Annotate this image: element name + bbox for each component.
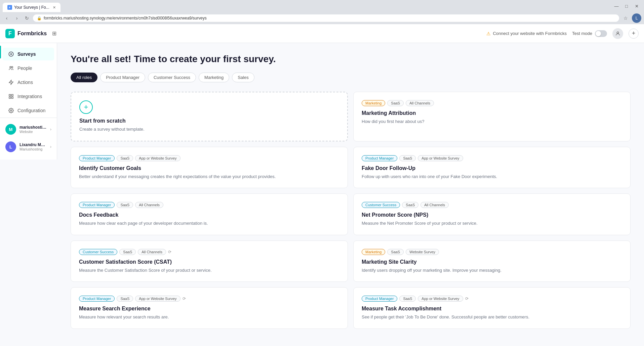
profile-icon[interactable]: L (632, 13, 641, 23)
card-desc-docs: Measure how clear each page of your deve… (79, 220, 339, 227)
integrations-icon (8, 93, 14, 99)
actions-icon (8, 79, 14, 85)
card-title-search: Measure Search Experience (79, 306, 339, 312)
filter-tab-sales[interactable]: Sales (232, 73, 254, 82)
account-arrow-2: › (50, 144, 51, 149)
tag-product-manager: Product Manager (79, 155, 115, 161)
sidebar-bottom: M mariushosting Website › L Lixandru Mar… (0, 118, 57, 156)
active-indicator (0, 46, 1, 58)
active-tab[interactable]: F Your Surveys | Fo... ✕ (3, 3, 61, 12)
account-mariushosting[interactable]: M mariushosting Website › (0, 121, 57, 138)
card-title-nps: Net Promoter Score (NPS) (362, 212, 622, 218)
sidebar-integrations-label: Integrations (17, 94, 42, 99)
address-bar[interactable]: 🔒 formbricks.mariushosting.synology.me/e… (33, 14, 619, 22)
tag-pm-search: Product Manager (79, 296, 115, 302)
card-fake-door[interactable]: Product Manager SaaS App or Website Surv… (353, 147, 631, 188)
connect-label: Connect your website with Formbricks (493, 31, 567, 36)
add-button[interactable]: + (629, 29, 639, 39)
sidebar-item-surveys[interactable]: Surveys (3, 48, 54, 60)
sidebar: Surveys People Actions Integrations (0, 43, 57, 160)
tag-saas-9: SaaS (399, 296, 416, 302)
account-lixandru[interactable]: L Lixandru Mari... Mariushosting › (0, 138, 57, 156)
card-title-task: Measure Task Accomplishment (362, 306, 622, 312)
svg-point-2 (10, 67, 11, 68)
tag-all-nps: All Channels (420, 202, 449, 208)
user-profile-button[interactable] (612, 28, 623, 39)
logo-text: Formbricks (17, 31, 47, 37)
test-mode-label: Test mode (572, 31, 592, 36)
card-search-experience[interactable]: Product Manager SaaS App or Website Surv… (71, 287, 348, 329)
connect-website-button[interactable]: ⚠ Connect your website with Formbricks (486, 31, 567, 36)
sidebar-item-people[interactable]: People (3, 62, 54, 75)
svg-point-9 (10, 110, 12, 111)
minimize-button[interactable]: — (612, 1, 621, 11)
app-container: Surveys People Actions Integrations (0, 43, 644, 346)
card-tags-csat: Customer Success SaaS All Channels ⟳ (79, 249, 339, 255)
people-icon (8, 65, 14, 71)
svg-point-3 (11, 67, 13, 68)
survey-grid: + Start from scratch Create a survey wit… (71, 92, 631, 329)
tag-saas-3: SaaS (399, 155, 416, 161)
collapse-sidebar-button[interactable]: ⊞ (52, 30, 56, 37)
card-title-marketing-site: Marketing Site Clarity (362, 259, 622, 265)
account-sub-2: Mariushosting (19, 147, 47, 151)
sidebar-item-integrations[interactable]: Integrations (3, 90, 54, 103)
card-nps[interactable]: Customer Success SaaS All Channels Net P… (353, 193, 631, 235)
maximize-button[interactable]: □ (622, 1, 631, 11)
tag-app-website: App or Website Survey (135, 155, 180, 161)
browser-tabs: F Your Surveys | Fo... ✕ (3, 0, 61, 12)
card-tags-fake-door: Product Manager SaaS App or Website Surv… (362, 155, 622, 161)
card-start-from-scratch[interactable]: + Start from scratch Create a survey wit… (71, 92, 348, 141)
new-icon-task: ⟳ (465, 296, 469, 302)
forward-button[interactable]: › (13, 14, 21, 22)
svg-rect-6 (11, 94, 13, 96)
filter-tab-customer-success[interactable]: Customer Success (148, 73, 196, 82)
bookmark-icon[interactable]: ☆ (621, 14, 630, 23)
configuration-icon (8, 107, 14, 114)
sidebar-item-actions[interactable]: Actions (3, 76, 54, 89)
card-tags-docs: Product Manager SaaS All Channels (79, 202, 339, 208)
svg-point-0 (617, 32, 618, 33)
card-task-accomplishment[interactable]: Product Manager SaaS App or Website Surv… (353, 287, 631, 329)
tag-marketing: Marketing (362, 100, 385, 106)
account-info-2: Lixandru Mari... Mariushosting (19, 142, 47, 151)
tag-saas-8: SaaS (117, 296, 133, 302)
card-csat[interactable]: Customer Success SaaS All Channels ⟳ Cus… (71, 241, 348, 282)
card-desc-marketing-site: Identify users dropping off your marketi… (362, 267, 622, 274)
filter-tab-marketing[interactable]: Marketing (199, 73, 229, 82)
back-button[interactable]: ‹ (3, 14, 11, 22)
card-tags-identify: Product Manager SaaS App or Website Surv… (79, 155, 339, 161)
tag-app-task: App or Website Survey (418, 296, 463, 302)
scratch-desc: Create a survey without template. (79, 126, 339, 133)
close-button[interactable]: ✕ (632, 1, 641, 11)
sidebar-item-configuration[interactable]: Configuration (3, 104, 54, 117)
nav-right: ⚠ Connect your website with Formbricks T… (486, 28, 639, 39)
account-arrow-1: › (50, 127, 51, 132)
card-title-csat: Customer Satisfaction Score (CSAT) (79, 259, 339, 265)
card-desc-search: Measure how relevant your search results… (79, 314, 339, 320)
refresh-button[interactable]: ↻ (23, 14, 31, 22)
svg-rect-7 (9, 97, 11, 98)
card-marketing-attribution[interactable]: Marketing SaaS All Channels Marketing At… (353, 92, 631, 141)
tag-app-search: App or Website Survey (135, 296, 180, 302)
card-marketing-site[interactable]: Marketing SaaS Website Survey Marketing … (353, 241, 631, 282)
card-docs-feedback[interactable]: Product Manager SaaS All Channels Docs F… (71, 193, 348, 235)
test-mode-toggle[interactable] (595, 30, 607, 37)
sidebar-people-label: People (17, 66, 32, 71)
sidebar-surveys-label: Surveys (17, 51, 36, 57)
tab-title: Your Surveys | Fo... (14, 5, 49, 10)
filter-tab-product-manager[interactable]: Product Manager (100, 73, 145, 82)
browser-chrome: F Your Surveys | Fo... ✕ — □ ✕ (0, 0, 644, 12)
card-tags-task: Product Manager SaaS App or Website Surv… (362, 296, 622, 302)
card-identify-customer-goals[interactable]: Product Manager SaaS App or Website Surv… (71, 147, 348, 188)
card-title-marketing-attribution: Marketing Attribution (362, 110, 622, 116)
window-controls: — □ ✕ (612, 1, 641, 11)
main-content: You're all set! Time to create your firs… (57, 43, 644, 346)
scratch-plus-icon: + (79, 100, 93, 114)
tab-close-button[interactable]: ✕ (53, 5, 56, 10)
account-avatar-1: M (5, 124, 16, 135)
account-avatar-2: L (5, 141, 16, 152)
card-tags-search: Product Manager SaaS App or Website Surv… (79, 296, 339, 302)
filter-tab-all-roles[interactable]: All roles (71, 73, 97, 82)
new-icon-csat: ⟳ (168, 249, 171, 255)
